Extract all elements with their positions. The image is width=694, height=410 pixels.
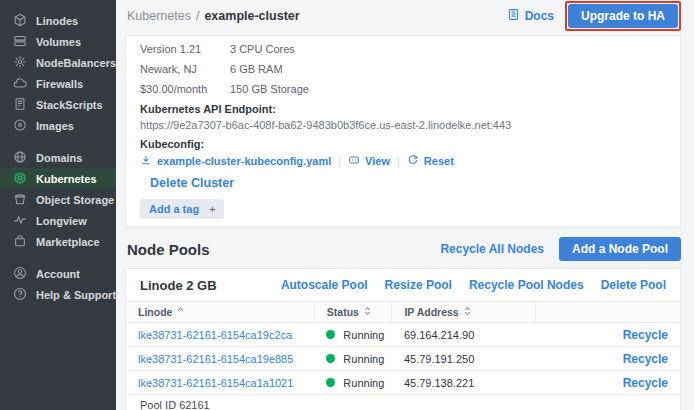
recycle-node-link[interactable]: Recycle <box>623 352 668 366</box>
volumes-icon <box>13 34 27 50</box>
separator: | <box>397 155 400 167</box>
node-name-link[interactable]: lke38731-62161-6154ca19c2ca <box>138 329 292 341</box>
sidebar-item-kubernetes[interactable]: Kubernetes <box>0 168 116 189</box>
firewalls-icon <box>13 76 27 92</box>
sidebar-item-domains[interactable]: Domains <box>0 147 116 168</box>
longview-icon <box>13 213 27 229</box>
sidebar-item-longview[interactable]: Longview <box>0 210 116 231</box>
node-table-header-row: Linode Status IP Address <box>126 302 680 323</box>
view-icon <box>348 154 360 168</box>
sidebar-item-linodes[interactable]: Linodes <box>0 10 116 31</box>
column-label: IP Address <box>404 306 458 318</box>
breadcrumb-separator: / <box>196 9 199 23</box>
pool-action-links: Autoscale Pool Resize Pool Recycle Pool … <box>281 278 666 292</box>
kubeconfig-view-link[interactable]: View <box>348 154 390 168</box>
kubeconfig-download-link[interactable]: example-cluster-kubeconfig.yaml <box>140 154 331 168</box>
pool-card-header: Linode 2 GB Autoscale Pool Resize Pool R… <box>126 269 680 301</box>
sidebar-item-label: Longview <box>36 215 87 227</box>
resize-pool-link[interactable]: Resize Pool <box>385 278 452 292</box>
main-content: Kubernetes / example-cluster Docs Upgrad… <box>116 0 694 410</box>
recycle-node-link[interactable]: Recycle <box>623 376 668 390</box>
breadcrumb-kubernetes-link[interactable]: Kubernetes <box>127 9 191 23</box>
sort-both-icon <box>464 306 471 318</box>
breadcrumb: Kubernetes / example-cluster <box>127 9 300 23</box>
recycle-all-nodes-link[interactable]: Recycle All Nodes <box>440 242 544 256</box>
node-status: Running <box>326 353 380 365</box>
node-pools-header: Node Pools Recycle All Nodes Add a Node … <box>125 236 681 262</box>
api-endpoint-label: Kubernetes API Endpoint: <box>140 103 666 115</box>
cluster-version: Version 1.21 <box>140 43 230 55</box>
stackscripts-icon <box>13 97 27 113</box>
sidebar-item-volumes[interactable]: Volumes <box>0 31 116 52</box>
sidebar-item-help-support[interactable]: Help & Support <box>0 284 116 305</box>
recycle-pool-nodes-link[interactable]: Recycle Pool Nodes <box>469 278 584 292</box>
view-label: View <box>365 155 390 167</box>
sidebar-item-label: Object Storage <box>36 194 114 206</box>
status-label: Running <box>343 329 384 341</box>
kubeconfig-reset-link[interactable]: Reset <box>407 154 454 168</box>
sidebar-item-object-storage[interactable]: Object Storage <box>0 189 116 210</box>
sidebar-item-label: Volumes <box>36 36 81 48</box>
upgrade-to-ha-button[interactable]: Upgrade to HA <box>568 4 678 28</box>
add-tag-button[interactable]: Add a tag + <box>140 199 224 219</box>
separator: | <box>338 155 341 167</box>
sort-asc-icon <box>177 306 184 318</box>
marketplace-icon <box>13 234 27 250</box>
download-icon <box>140 154 152 168</box>
help-icon <box>13 287 27 303</box>
sidebar-item-images[interactable]: Images <box>0 115 116 136</box>
delete-pool-link[interactable]: Delete Pool <box>601 278 666 292</box>
docs-label: Docs <box>525 9 554 23</box>
topbar: Kubernetes / example-cluster Docs Upgrad… <box>116 0 694 32</box>
sidebar-group-divider <box>0 252 116 263</box>
node-name-link[interactable]: lke38731-62161-6154ca19e885 <box>138 353 293 365</box>
column-label: Linode <box>138 306 172 318</box>
status-running-icon <box>326 354 335 363</box>
object-storage-icon <box>13 192 27 208</box>
reset-icon <box>407 154 419 168</box>
column-header-linode[interactable]: Linode <box>126 302 314 323</box>
sidebar-item-label: Kubernetes <box>36 173 97 185</box>
add-node-pool-button[interactable]: Add a Node Pool <box>559 237 681 261</box>
status-label: Running <box>343 377 384 389</box>
sidebar-item-label: Help & Support <box>36 289 116 301</box>
column-label: Status <box>327 306 359 318</box>
sidebar-item-marketplace[interactable]: Marketplace <box>0 231 116 252</box>
column-header-status[interactable]: Status <box>314 302 392 323</box>
reset-label: Reset <box>424 155 454 167</box>
node-ip: 45.79.191.250 <box>404 353 474 365</box>
sidebar: Linodes Volumes NodeBalancers Firewalls … <box>0 0 116 410</box>
node-row: lke38731-62161-6154ca19e885 Running 45.7… <box>126 347 680 371</box>
cluster-ram: 6 GB RAM <box>230 63 283 75</box>
recycle-node-link[interactable]: Recycle <box>623 328 668 342</box>
status-running-icon <box>326 330 335 339</box>
nodebalancers-icon <box>13 55 27 71</box>
plus-icon: + <box>205 199 223 219</box>
node-name-link[interactable]: lke38731-62161-6154ca1a1021 <box>138 377 293 389</box>
node-pools-actions: Recycle All Nodes Add a Node Pool <box>440 237 681 261</box>
column-header-ip-address[interactable]: IP Address <box>392 302 536 323</box>
sidebar-item-label: Marketplace <box>36 236 100 248</box>
cluster-summary-card: Version 1.21 3 CPU Cores Newark, NJ 6 GB… <box>125 35 681 227</box>
node-pools-title: Node Pools <box>125 241 210 258</box>
api-endpoint-url: https://9e2a7307-b6ac-408f-ba62-9483b0b3… <box>140 119 666 131</box>
autoscale-pool-link[interactable]: Autoscale Pool <box>281 278 368 292</box>
sidebar-item-stackscripts[interactable]: StackScripts <box>0 94 116 115</box>
column-header-actions <box>536 302 680 323</box>
node-row: lke38731-62161-6154ca19c2ca Running 69.1… <box>126 323 680 347</box>
summary-row: $30.00/month 150 GB Storage <box>140 79 666 99</box>
cluster-price: $30.00/month <box>140 83 230 95</box>
delete-cluster-button[interactable]: Delete Cluster <box>150 176 234 190</box>
summary-row: Version 1.21 3 CPU Cores <box>140 39 666 59</box>
sidebar-group-divider <box>0 136 116 147</box>
node-status: Running <box>326 377 380 389</box>
docs-link[interactable]: Docs <box>507 8 554 24</box>
node-pool-card: Linode 2 GB Autoscale Pool Resize Pool R… <box>125 268 681 410</box>
docs-icon <box>507 8 520 24</box>
kubernetes-icon <box>13 171 27 187</box>
sidebar-item-nodebalancers[interactable]: NodeBalancers <box>0 52 116 73</box>
sidebar-item-firewalls[interactable]: Firewalls <box>0 73 116 94</box>
sidebar-item-account[interactable]: Account <box>0 263 116 284</box>
breadcrumb-current-cluster: example-cluster <box>204 9 299 23</box>
kubeconfig-label: Kubeconfig: <box>140 138 666 150</box>
